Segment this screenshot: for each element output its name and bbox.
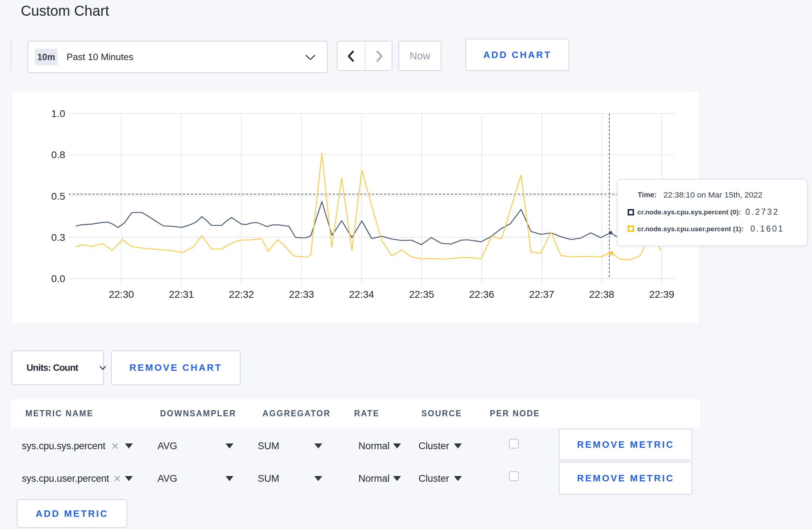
svg-text:0.3: 0.3 <box>51 232 65 243</box>
svg-text:0.8: 0.8 <box>51 149 65 160</box>
svg-text:22:34: 22:34 <box>349 289 374 300</box>
svg-text:22:39: 22:39 <box>649 289 674 300</box>
svg-text:22:31: 22:31 <box>169 289 194 300</box>
svg-text:22:32: 22:32 <box>229 289 254 300</box>
svg-text:0.0: 0.0 <box>51 273 65 284</box>
svg-text:22:30: 22:30 <box>109 289 134 300</box>
svg-text:22:38: 22:38 <box>589 289 614 300</box>
svg-text:22:36: 22:36 <box>469 289 494 300</box>
svg-text:1.0: 1.0 <box>51 108 65 119</box>
svg-text:22:37: 22:37 <box>529 289 554 300</box>
svg-text:0.5: 0.5 <box>51 191 65 202</box>
svg-text:22:35: 22:35 <box>409 289 434 300</box>
svg-text:22:33: 22:33 <box>289 289 314 300</box>
